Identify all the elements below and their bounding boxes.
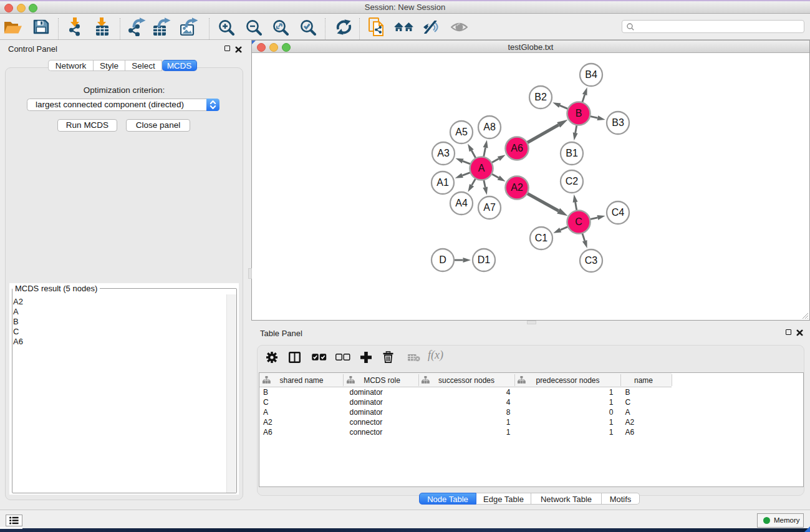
- svg-text:A2: A2: [511, 182, 523, 193]
- svg-text:C3: C3: [585, 255, 598, 266]
- svg-text:B3: B3: [612, 117, 624, 128]
- svg-text:C: C: [575, 216, 582, 227]
- svg-text:A4: A4: [455, 198, 468, 208]
- svg-text:A5: A5: [455, 127, 468, 137]
- svg-text:D1: D1: [478, 254, 491, 265]
- svg-text:D: D: [439, 254, 446, 265]
- svg-text:A1: A1: [436, 177, 449, 188]
- svg-text:C2: C2: [566, 176, 579, 186]
- svg-text:B4: B4: [585, 69, 597, 80]
- svg-text:A: A: [478, 163, 485, 173]
- svg-text:A8: A8: [483, 122, 496, 132]
- svg-text:B: B: [576, 108, 582, 118]
- svg-text:B1: B1: [566, 148, 578, 158]
- svg-text:A6: A6: [511, 143, 523, 153]
- svg-text:C1: C1: [535, 233, 548, 243]
- svg-text:A3: A3: [437, 148, 450, 158]
- svg-text:B2: B2: [534, 92, 547, 102]
- svg-text:A7: A7: [483, 202, 496, 213]
- svg-text:C4: C4: [612, 207, 625, 218]
